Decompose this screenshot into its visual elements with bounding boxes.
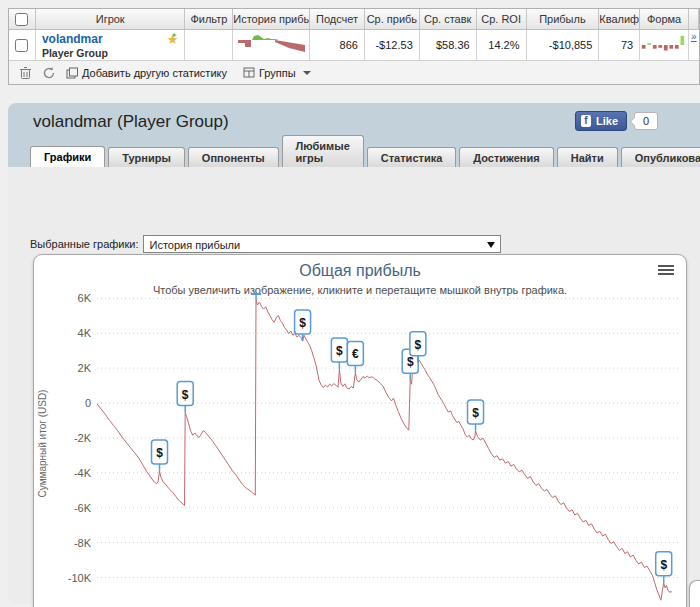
form-bar	[653, 45, 657, 49]
form-bar	[664, 45, 668, 51]
y-tick-label: 6K	[78, 292, 92, 304]
col-player[interactable]: Игрок	[36, 9, 186, 30]
star-badge-icon: ★✦	[167, 33, 179, 46]
graph-select-value: История прибыли	[149, 239, 240, 251]
col-avg-roi[interactable]: Ср. ROI	[477, 9, 527, 30]
col-profit[interactable]: Прибыль	[527, 9, 600, 30]
form-bar	[659, 45, 663, 48]
select-arrow-icon	[487, 242, 495, 248]
graph-select-label: Выбранные графики:	[30, 238, 138, 250]
svg-text:$: $	[182, 388, 189, 402]
extra-cell: »	[689, 30, 699, 61]
tab-achievements[interactable]: Достижения	[459, 147, 553, 167]
form-bar	[642, 45, 646, 49]
page: Игрок Фильтр История прибь Подсчет Ср. п…	[0, 0, 700, 607]
col-history[interactable]: История прибь	[233, 9, 310, 30]
form-bar	[681, 36, 685, 45]
refresh-icon[interactable]	[42, 66, 56, 80]
groups-button[interactable]: Группы	[243, 67, 311, 79]
facebook-like-label: Like	[596, 115, 618, 127]
win-marker[interactable]	[251, 294, 261, 299]
col-qualif[interactable]: Квалиф	[599, 9, 640, 30]
profit-chart-container: Общая прибыль Чтобы увеличить изображени…	[33, 254, 687, 607]
sparkline-red-right	[275, 40, 305, 52]
count-value: 866	[310, 30, 365, 61]
y-tick-label: -6K	[74, 502, 92, 514]
profit-line-series[interactable]	[97, 299, 672, 600]
tab-statistics[interactable]: Статистика	[367, 147, 457, 167]
svg-text:$: $	[156, 446, 163, 460]
col-avg-stake[interactable]: Ср. ставк	[420, 9, 477, 30]
col-count[interactable]: Подсчет	[310, 9, 365, 30]
avg-roi-value: 14.2%	[477, 30, 527, 61]
player-detail-panel: volandmar (Player Group) f Like 0 График…	[8, 103, 700, 604]
y-tick-label: 2K	[78, 362, 92, 374]
graph-select[interactable]: История прибыли	[143, 235, 501, 253]
svg-text:$: $	[407, 355, 414, 369]
more-link[interactable]: »	[689, 31, 697, 42]
tab-graphs[interactable]: Графики	[30, 146, 105, 167]
tab-favorite-games[interactable]: Любимые игры	[282, 135, 364, 167]
next-panel-edge	[689, 580, 700, 607]
add-statistic-label: Добавить другую статистику	[82, 67, 227, 79]
win-marker[interactable]: $	[177, 382, 193, 413]
delete-icon[interactable]	[19, 66, 32, 80]
svg-text:€: €	[352, 347, 359, 361]
svg-text:$: $	[472, 406, 479, 420]
col-avg-profit[interactable]: Ср. прибь	[365, 9, 420, 30]
player-group-label: Player Group	[42, 47, 179, 59]
svg-text:$: $	[415, 338, 422, 352]
tab-publish[interactable]: Опубликовать	[621, 147, 700, 167]
history-sparkline-cell[interactable]	[233, 30, 310, 61]
svg-text:$: $	[660, 558, 667, 572]
facebook-like-button[interactable]: f Like	[575, 111, 627, 131]
form-bar	[670, 45, 674, 49]
avg-stake-value: $58.36	[420, 30, 477, 61]
qualif-value: 73	[599, 30, 640, 61]
sparkline-red-left	[238, 40, 251, 47]
select-all-cell	[9, 9, 36, 30]
y-tick-label: 4K	[78, 327, 92, 339]
copy-icon	[66, 67, 78, 79]
svg-text:$: $	[299, 316, 306, 330]
form-cell	[640, 30, 689, 61]
win-marker[interactable]: $	[152, 440, 168, 471]
win-marker[interactable]: $	[656, 552, 672, 583]
groups-label: Группы	[259, 67, 296, 79]
form-chart	[640, 32, 688, 58]
tab-opponents[interactable]: Оппоненты	[188, 147, 279, 167]
row-select-cell	[9, 30, 36, 61]
table-row: volandmar Player Group ★✦ 866 -$12.53 $5…	[9, 30, 699, 61]
col-form[interactable]: Форма	[640, 9, 689, 30]
player-name-link[interactable]: volandmar	[42, 32, 103, 46]
tab-find[interactable]: Найти	[557, 147, 618, 167]
facebook-like-widget: f Like 0	[575, 111, 658, 131]
form-bar	[648, 43, 652, 45]
y-tick-label: 0	[85, 397, 91, 409]
svg-text:$: $	[336, 344, 343, 358]
y-tick-label: -10K	[68, 572, 92, 584]
tab-tournaments[interactable]: Турниры	[108, 147, 185, 167]
groups-icon	[243, 67, 255, 78]
win-marker[interactable]: $	[468, 400, 484, 431]
panel-content: Выбранные графики: История прибыли Общая…	[8, 167, 700, 604]
panel-title: volandmar (Player Group)	[33, 112, 229, 132]
add-statistic-button[interactable]: Добавить другую статистику	[66, 67, 227, 79]
row-checkbox[interactable]	[15, 39, 28, 52]
avg-profit-value: -$12.53	[365, 30, 420, 61]
profit-sparkline	[235, 32, 307, 58]
select-all-checkbox[interactable]	[15, 13, 28, 26]
graph-select-row: Выбранные графики: История прибыли	[30, 235, 501, 253]
filter-cell	[185, 30, 233, 61]
sparkline-green	[252, 35, 279, 40]
y-tick-label: -8K	[74, 537, 92, 549]
form-bar	[675, 45, 679, 49]
y-tick-label: -2K	[74, 432, 92, 444]
win-marker[interactable]: $	[331, 338, 347, 369]
y-tick-label: -4K	[74, 467, 92, 479]
player-cell: volandmar Player Group ★✦	[36, 30, 186, 61]
table-header-row: Игрок Фильтр История прибь Подсчет Ср. п…	[9, 9, 699, 30]
player-stat-table: Игрок Фильтр История прибь Подсчет Ср. п…	[8, 8, 700, 85]
profit-chart-plot[interactable]: 6K4K2K0-2K-4K-6K-8K-10K-12K0100200300400…	[34, 255, 686, 607]
col-filter[interactable]: Фильтр	[185, 9, 233, 30]
